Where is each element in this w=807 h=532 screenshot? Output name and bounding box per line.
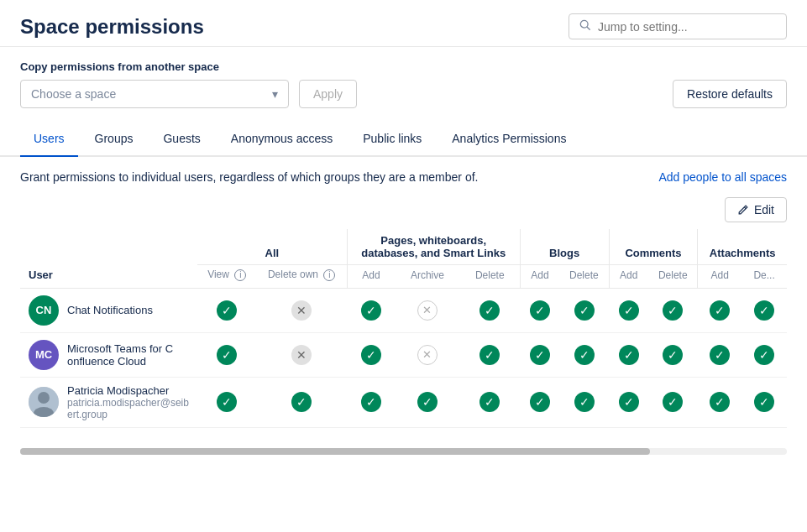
col-add-attachments: Add xyxy=(698,265,741,289)
check-icon: ✓ xyxy=(574,345,595,365)
space-select-placeholder: Choose a space xyxy=(31,87,116,101)
check-icon: ✓ xyxy=(479,392,500,412)
check-icon: ✓ xyxy=(417,392,438,412)
perm-delete-blogs: ✓ xyxy=(559,288,609,332)
col-view: View i xyxy=(197,265,257,289)
check-icon: ✓ xyxy=(530,345,550,365)
restore-defaults-button[interactable]: Restore defaults xyxy=(673,80,787,108)
perm-add-blogs: ✓ xyxy=(520,377,559,427)
blogs-group-header: Blogs xyxy=(520,229,609,265)
tab-public-links[interactable]: Public links xyxy=(349,122,435,157)
horizontal-scrollbar[interactable] xyxy=(20,448,787,455)
avatar: MC xyxy=(29,340,59,370)
user-name: Microsoft Teams for Confluence Cloud xyxy=(67,342,173,368)
search-icon xyxy=(579,19,591,34)
add-people-link[interactable]: Add people to all spaces xyxy=(658,170,787,184)
perm-add-blogs: ✓ xyxy=(520,288,559,332)
user-info: Patricia Modispacher patricia.modispache… xyxy=(29,384,189,420)
perm-archive-pages: ✓ xyxy=(395,377,460,427)
person-silhouette-icon xyxy=(29,387,59,417)
perm-add-attachments: ✓ xyxy=(698,332,741,377)
perm-delete-blogs: ✓ xyxy=(559,332,609,377)
perm-de-attachments: ✓ xyxy=(741,288,787,332)
col-add-comments: Add xyxy=(609,265,648,289)
x-icon: ✕ xyxy=(417,300,438,321)
perm-add-blogs: ✓ xyxy=(520,332,559,377)
check-icon: ✓ xyxy=(710,345,730,365)
svg-point-2 xyxy=(38,392,50,404)
check-icon: ✓ xyxy=(530,392,550,412)
avatar xyxy=(29,387,59,417)
check-icon: ✓ xyxy=(619,392,639,412)
user-details: Patricia Modispacher patricia.modispache… xyxy=(67,384,189,420)
search-box[interactable] xyxy=(569,13,787,39)
check-icon: ✓ xyxy=(710,300,730,321)
user-details: Microsoft Teams for Confluence Cloud xyxy=(67,342,173,368)
check-icon: ✓ xyxy=(217,392,237,412)
perm-de-attachments: ✓ xyxy=(741,377,787,427)
tab-guests[interactable]: Guests xyxy=(149,122,213,157)
user-name: Patricia Modispacher xyxy=(67,384,189,397)
x-icon: ✕ xyxy=(417,345,438,365)
check-icon: ✓ xyxy=(663,300,683,321)
user-column-header: User xyxy=(20,229,197,288)
comments-group-header: Comments xyxy=(609,229,698,265)
table-row: CN Chat Notifications ✓ ✕ ✓ ✕ ✓ ✓ ✓ ✓ ✓ xyxy=(20,288,787,332)
perm-delete-pages: ✓ xyxy=(460,288,520,332)
avatar: CN xyxy=(29,295,59,326)
check-icon: ✓ xyxy=(619,345,639,365)
search-input[interactable] xyxy=(598,20,776,34)
perm-add-attachments: ✓ xyxy=(698,288,741,332)
top-bar: Space permissions xyxy=(0,0,807,47)
perm-add-comments: ✓ xyxy=(609,332,648,377)
check-icon: ✓ xyxy=(574,392,595,412)
perm-delete-blogs: ✓ xyxy=(559,377,609,427)
permissions-table: User All Pages, whiteboards,databases, a… xyxy=(20,229,787,428)
col-add-pages: Add xyxy=(347,265,395,289)
col-delete-own: Delete own i xyxy=(257,265,348,289)
user-info: MC Microsoft Teams for Confluence Cloud xyxy=(29,340,189,370)
check-icon: ✓ xyxy=(663,345,683,365)
main-content: Grant permissions to individual users, r… xyxy=(0,157,807,441)
tab-analytics[interactable]: Analytics Permissions xyxy=(438,122,579,157)
check-icon: ✓ xyxy=(479,300,500,321)
user-cell: CN Chat Notifications xyxy=(20,288,197,332)
check-icon: ✓ xyxy=(291,392,312,412)
perm-add-comments: ✓ xyxy=(609,377,648,427)
tabs-bar: Users Groups Guests Anonymous access Pub… xyxy=(0,122,807,157)
check-icon: ✓ xyxy=(217,345,237,365)
page-title: Space permissions xyxy=(20,15,204,39)
col-delete-pages: Delete xyxy=(460,265,520,289)
check-icon: ✓ xyxy=(754,392,774,412)
check-icon: ✓ xyxy=(754,300,774,321)
edit-button[interactable]: Edit xyxy=(725,197,787,222)
x-icon: ✕ xyxy=(291,345,312,365)
perm-de-attachments: ✓ xyxy=(741,332,787,377)
view-info-icon[interactable]: i xyxy=(234,269,246,281)
perm-add-pages: ✓ xyxy=(347,377,395,427)
check-icon: ✓ xyxy=(663,392,683,412)
delete-own-info-icon[interactable]: i xyxy=(323,269,335,281)
col-add-blogs: Add xyxy=(520,265,559,289)
user-email: patricia.modispacher@seibert.group xyxy=(67,397,189,420)
check-icon: ✓ xyxy=(530,300,550,321)
check-icon: ✓ xyxy=(574,300,595,321)
table-row: MC Microsoft Teams for Confluence Cloud … xyxy=(20,332,787,377)
perm-delete-comments: ✓ xyxy=(648,377,698,427)
tab-groups[interactable]: Groups xyxy=(81,122,147,157)
perm-archive-pages: ✕ xyxy=(395,288,460,332)
check-icon: ✓ xyxy=(710,392,730,412)
tab-users[interactable]: Users xyxy=(20,122,78,157)
space-select-dropdown[interactable]: Choose a space ▾ xyxy=(20,80,289,108)
tab-anonymous[interactable]: Anonymous access xyxy=(217,122,346,157)
perm-view: ✓ xyxy=(197,377,257,427)
check-icon: ✓ xyxy=(479,345,500,365)
perm-delete-comments: ✓ xyxy=(648,332,698,377)
table-row: Patricia Modispacher patricia.modispache… xyxy=(20,377,787,427)
scrollbar-thumb[interactable] xyxy=(20,448,650,455)
perm-add-comments: ✓ xyxy=(609,288,648,332)
copy-controls: Choose a space ▾ Apply Restore defaults xyxy=(20,80,787,108)
user-details: Chat Notifications xyxy=(67,304,153,316)
check-icon: ✓ xyxy=(754,345,774,365)
apply-button[interactable]: Apply xyxy=(299,80,357,108)
